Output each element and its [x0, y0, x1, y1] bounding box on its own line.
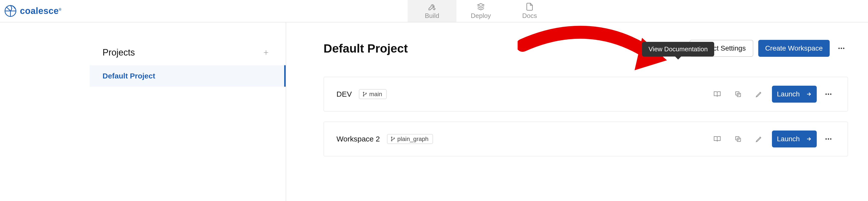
- pencil-icon: [755, 90, 763, 98]
- svg-point-3: [843, 48, 844, 49]
- top-nav: Build Deploy Docs: [408, 0, 554, 22]
- branch-pill[interactable]: plain_graph: [387, 134, 433, 144]
- svg-point-18: [828, 138, 829, 140]
- ellipsis-icon: [837, 44, 845, 52]
- svg-point-9: [826, 93, 827, 95]
- workspace-name: Workspace 2: [336, 135, 380, 143]
- ellipsis-icon: [825, 135, 832, 143]
- nav-build-label: Build: [425, 12, 439, 20]
- svg-point-5: [363, 95, 364, 96]
- add-project-button[interactable]: [261, 48, 271, 57]
- nav-docs[interactable]: Docs: [505, 0, 554, 22]
- svg-point-10: [828, 93, 829, 95]
- arrow-right-icon: [806, 136, 812, 142]
- launch-label: Launch: [777, 90, 800, 98]
- plus-icon: [263, 49, 269, 56]
- launch-button[interactable]: Launch: [772, 86, 817, 103]
- projects-header: Projects: [90, 40, 286, 65]
- svg-point-11: [830, 93, 831, 95]
- workspace-list: DEV main: [323, 77, 848, 156]
- svg-point-13: [391, 140, 392, 141]
- git-branch-icon: [362, 92, 367, 97]
- brand-name: coalesce®: [20, 6, 61, 16]
- sidebar-project-item[interactable]: Default Project: [90, 65, 286, 87]
- svg-point-2: [841, 48, 842, 49]
- create-workspace-button[interactable]: Create Workspace: [758, 40, 830, 57]
- nav-build[interactable]: Build: [408, 0, 456, 22]
- brand-logo[interactable]: coalesce®: [0, 5, 61, 17]
- workspace-name: DEV: [336, 90, 352, 98]
- docs-icon: [525, 2, 534, 11]
- workspace-more-button[interactable]: [822, 87, 835, 101]
- git-branch-icon: [391, 137, 396, 141]
- svg-point-12: [391, 137, 392, 138]
- branch-name: plain_graph: [397, 136, 429, 142]
- nav-docs-label: Docs: [522, 12, 537, 20]
- workspace-edit-button[interactable]: [751, 133, 767, 145]
- workspace-row: Workspace 2 plain_graph: [323, 121, 848, 156]
- coalesce-logo-icon: [4, 5, 17, 17]
- launch-button[interactable]: Launch: [772, 131, 817, 147]
- pencil-icon: [755, 135, 763, 143]
- workspace-docs-button[interactable]: [709, 88, 725, 100]
- project-more-button[interactable]: [835, 41, 848, 55]
- nav-deploy[interactable]: Deploy: [456, 0, 505, 22]
- svg-point-17: [826, 138, 827, 140]
- copy-icon: [734, 135, 742, 143]
- projects-heading: Projects: [102, 47, 135, 58]
- main-body: Projects Default Project Default Project…: [0, 22, 868, 201]
- workspace-edit-button[interactable]: [751, 88, 767, 100]
- project-title-row: Default Project Project Settings Create …: [323, 40, 848, 57]
- svg-point-14: [394, 138, 395, 139]
- arrow-right-icon: [806, 91, 812, 97]
- branch-name: main: [369, 91, 382, 98]
- project-detail: Default Project Project Settings Create …: [286, 22, 868, 201]
- projects-sidebar: Projects Default Project: [0, 22, 286, 201]
- workspace-row: DEV main: [323, 77, 848, 112]
- svg-point-6: [366, 93, 366, 94]
- workspace-duplicate-button[interactable]: [730, 133, 746, 145]
- project-title: Default Project: [323, 41, 685, 55]
- topbar: coalesce® Build Deploy Docs: [0, 0, 868, 22]
- workspace-docs-button[interactable]: [709, 133, 725, 145]
- ellipsis-icon: [825, 90, 832, 98]
- book-open-icon: [713, 135, 721, 143]
- view-documentation-tooltip: View Documentation: [642, 42, 714, 57]
- copy-icon: [734, 90, 742, 98]
- deploy-icon: [476, 2, 485, 11]
- svg-point-4: [363, 92, 364, 93]
- workspace-more-button[interactable]: [822, 132, 835, 146]
- launch-label: Launch: [777, 135, 800, 143]
- svg-point-19: [830, 138, 831, 140]
- svg-point-1: [838, 48, 840, 49]
- nav-deploy-label: Deploy: [471, 12, 491, 20]
- branch-pill[interactable]: main: [359, 89, 387, 99]
- book-open-icon: [713, 90, 721, 98]
- build-icon: [428, 2, 436, 11]
- workspace-duplicate-button[interactable]: [730, 88, 746, 100]
